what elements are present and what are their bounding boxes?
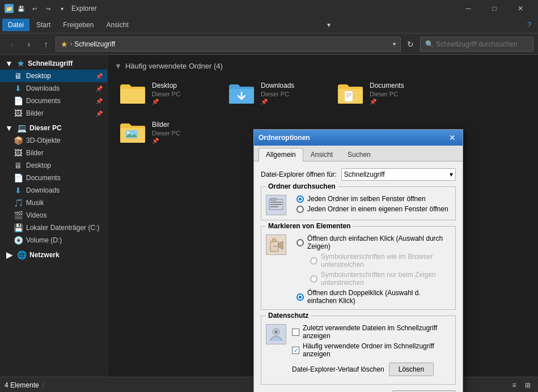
sidebar-bilder-pc[interactable]: 🖼 Bilder — [0, 147, 107, 159]
folder-downloads-sub: Dieser PC — [261, 91, 321, 97]
sidebar-3d-objekte[interactable]: 📦 3D-Objekte — [0, 134, 107, 147]
ribbon: Datei Start Freigeben Ansicht ▾ ? — [0, 17, 538, 33]
dialog-radio-zeigen: Symbolunterschriften nur beim Zeigen unt… — [310, 271, 451, 287]
up-button[interactable]: ↑ — [39, 37, 53, 52]
sidebar-volume-d[interactable]: 💿 Volume (D:) — [0, 234, 107, 246]
folder-bilder[interactable]: Bilder Dieser PC 📌 — [115, 116, 217, 148]
qs-down-btn[interactable]: ▾ — [56, 2, 68, 15]
sidebar-bilder-pc-label: Bilder — [26, 149, 103, 157]
radio-einfach-klick-btn[interactable] — [296, 239, 304, 246]
dialog-loeschen-button[interactable]: Löschen — [389, 363, 434, 376]
sidebar-desktop-pc[interactable]: 🖥 Desktop — [0, 159, 107, 172]
sidebar-netzwerk[interactable]: ▶ 🌐 Netzwerk — [0, 249, 107, 261]
sidebar-item-documents[interactable]: 📄 Documents 📌 — [0, 95, 107, 107]
radio-doppelklick-label: Öffnen durch Doppelklick (Auswahl d. ein… — [307, 289, 451, 305]
folder-bilder-info: Bilder Dieser PC 📌 — [152, 121, 212, 144]
dialog-open-for-label: Datei-Explorer öffnen für: — [261, 171, 337, 178]
markieren-icon-area — [266, 235, 286, 255]
dialog-tab-allgemein[interactable]: Allgemein — [259, 148, 303, 161]
sidebar-local-disk[interactable]: 💾 Lokaler Datenträger (C:) — [0, 221, 107, 234]
forward-button[interactable]: › — [22, 37, 36, 52]
dialog-checkbox-ordner[interactable]: Häufig verwendete Ordner im Schnellzugri… — [292, 342, 451, 358]
datenschutz-content: Zuletzt verwendete Dateien im Schnellzug… — [292, 324, 451, 380]
folder-desktop-name: Desktop — [152, 82, 212, 90]
sidebar-item-desktop[interactable]: 🖥 Desktop 📌 — [0, 70, 107, 82]
sidebar-videos[interactable]: 🎬 Videos — [0, 209, 107, 221]
qs-save-btn[interactable]: 💾 — [15, 2, 27, 15]
bilder-pc-icon: 🖼 — [14, 148, 23, 157]
folder-downloads[interactable]: Downloads Dieser PC 📌 — [223, 77, 325, 109]
documents-pc-icon: 📄 — [14, 173, 23, 182]
dialog-body: Datei-Explorer öffnen für: Schnellzugrif… — [254, 161, 463, 392]
dialog-zeigen-radio-indent: Symbolunterschriften nur beim Zeigen unt… — [296, 271, 451, 287]
dialog-tab-ansicht[interactable]: Ansicht — [303, 148, 340, 161]
folder-documents-pin: 📌 — [370, 99, 430, 105]
sidebar-item-downloads[interactable]: ⬇ Downloads 📌 — [0, 82, 107, 95]
sidebar-netzwerk-label: Netzwerk — [29, 251, 103, 259]
dialog-radio-eigenes-fenster[interactable]: Jeden Ordner in einem eigenen Fenster öf… — [296, 205, 448, 213]
search-input[interactable] — [436, 40, 528, 48]
tab-freigeben[interactable]: Freigeben — [57, 19, 99, 31]
address-box[interactable]: ★ › Schnellzugriff ▾ — [56, 37, 401, 52]
dieser-pc-chevron: ▼ — [5, 123, 14, 133]
dialog-tab-suchen[interactable]: Suchen — [340, 148, 378, 161]
schnellzugriff-icon: ▼ — [5, 59, 14, 68]
dialog-select-value: Schnellzugriff — [344, 171, 385, 178]
dialog-datenschutz-title: Datenschutz — [266, 312, 311, 319]
back-button[interactable]: ‹ — [5, 37, 19, 52]
dialog-radio-doppelklick[interactable]: Öffnen durch Doppelklick (Auswahl d. ein… — [296, 289, 451, 305]
sidebar-downloads-pc[interactable]: ⬇ Downloads — [0, 184, 107, 197]
folder-desktop-icon — [119, 82, 146, 105]
dieser-pc-icon: 💻 — [17, 123, 26, 133]
folder-desktop[interactable]: Desktop Dieser PC 📌 — [115, 77, 217, 109]
dialog-ordner-radios: Jeden Ordner im selben Fenster öffnen Je… — [292, 195, 448, 213]
dialog-open-for-row: Datei-Explorer öffnen für: Schnellzugrif… — [261, 168, 456, 181]
sidebar-item-bilder[interactable]: 🖼 Bilder 📌 — [0, 107, 107, 120]
folder-bilder-name: Bilder — [152, 121, 212, 129]
sidebar-dieser-pc[interactable]: ▼ 💻 Dieser PC — [0, 122, 107, 134]
check-dateien-btn[interactable] — [292, 329, 299, 336]
radio-eigenes-fenster-btn[interactable] — [296, 206, 304, 213]
radio-doppelklick-btn[interactable] — [296, 293, 304, 301]
dialog-radio-einfach-klick[interactable]: Öffnen durch einfachen Klick (Auswahl du… — [296, 235, 451, 250]
view-grid-icon[interactable]: ⊞ — [522, 380, 533, 391]
ribbon-help-button[interactable]: ? — [523, 19, 536, 31]
netzwerk-icon: 🌐 — [17, 250, 26, 259]
check-ordner-btn[interactable] — [292, 347, 299, 354]
tab-start[interactable]: Start — [31, 19, 56, 31]
dialog-checkbox-dateien[interactable]: Zuletzt verwendete Dateien im Schnellzug… — [292, 324, 451, 340]
minimize-button[interactable]: ─ — [455, 0, 481, 17]
sidebar-schnellzugriff[interactable]: ▼ ★ Schnellzugriff — [0, 57, 107, 70]
tab-datei[interactable]: Datei — [2, 19, 29, 31]
search-icon: 🔍 — [425, 40, 434, 48]
sidebar-desktop-label: Desktop — [26, 72, 92, 80]
svg-point-12 — [272, 238, 276, 242]
view-list-icon[interactable]: ≡ — [509, 380, 520, 391]
folder-documents[interactable]: Documents Dieser PC 📌 — [332, 77, 434, 109]
window-controls: ─ □ ✕ — [455, 0, 533, 17]
sidebar-documents-pc[interactable]: 📄 Documents — [0, 172, 107, 184]
dialog-radio-selbes-fenster[interactable]: Jeden Ordner im selben Fenster öffnen — [296, 195, 448, 203]
folder-downloads-info: Downloads Dieser PC 📌 — [261, 82, 321, 105]
sidebar-musik[interactable]: 🎵 Musik — [0, 197, 107, 209]
close-button[interactable]: ✕ — [507, 0, 533, 17]
dialog-open-for-select[interactable]: Schnellzugriff ▾ — [341, 168, 456, 181]
address-dropdown-icon[interactable]: ▾ — [393, 41, 396, 47]
radio-einfach-klick-label: Öffnen durch einfachen Klick (Auswahl du… — [307, 235, 451, 250]
dialog-ordner-title: Ordner durchsuchen — [266, 182, 338, 190]
titlebar-left: 📁 💾 ↩ ↪ ▾ Explorer — [5, 2, 97, 15]
folder-documents-info: Documents Dieser PC 📌 — [370, 82, 430, 105]
downloads-pin-icon: 📌 — [96, 86, 103, 92]
sidebar-3d-label: 3D-Objekte — [26, 137, 103, 144]
search-box[interactable]: 🔍 — [420, 37, 533, 52]
dialog-close-button[interactable]: ✕ — [447, 132, 458, 143]
section-chevron-icon: ▼ — [115, 62, 122, 70]
maximize-button[interactable]: □ — [481, 0, 507, 17]
radio-selbes-fenster-btn[interactable] — [296, 195, 304, 203]
qs-redo-btn[interactable]: ↪ — [42, 2, 54, 15]
tab-ansicht[interactable]: Ansicht — [100, 19, 134, 31]
check-dateien-label: Zuletzt verwendete Dateien im Schnellzug… — [303, 324, 451, 340]
refresh-button[interactable]: ↻ — [403, 37, 418, 52]
qs-undo-btn[interactable]: ↩ — [28, 2, 41, 15]
ribbon-more-button[interactable]: ▾ — [323, 19, 335, 31]
